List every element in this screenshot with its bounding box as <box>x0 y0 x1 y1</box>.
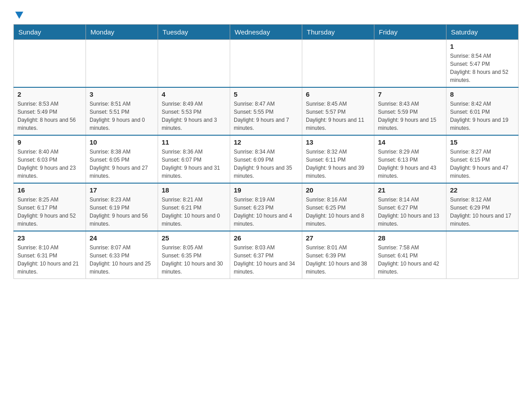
calendar-day-cell: 12Sunrise: 8:34 AM Sunset: 6:09 PM Dayli… <box>230 135 302 183</box>
day-info: Sunrise: 8:05 AM Sunset: 6:35 PM Dayligh… <box>162 244 226 276</box>
day-info: Sunrise: 8:12 AM Sunset: 6:29 PM Dayligh… <box>450 196 515 228</box>
day-info: Sunrise: 7:58 AM Sunset: 6:41 PM Dayligh… <box>378 244 442 276</box>
day-number: 6 <box>306 90 370 98</box>
day-number: 20 <box>306 186 370 194</box>
calendar-day-cell: 25Sunrise: 8:05 AM Sunset: 6:35 PM Dayli… <box>158 231 230 279</box>
calendar-day-cell: 23Sunrise: 8:10 AM Sunset: 6:31 PM Dayli… <box>14 231 86 279</box>
calendar-day-cell: 3Sunrise: 8:51 AM Sunset: 5:51 PM Daylig… <box>86 87 158 135</box>
calendar-week-row: 16Sunrise: 8:25 AM Sunset: 6:17 PM Dayli… <box>14 183 519 231</box>
calendar-day-cell <box>302 40 374 88</box>
calendar-day-header: Tuesday <box>158 25 230 40</box>
calendar-day-header: Monday <box>86 25 158 40</box>
calendar-day-cell: 5Sunrise: 8:47 AM Sunset: 5:55 PM Daylig… <box>230 87 302 135</box>
calendar-day-cell: 28Sunrise: 7:58 AM Sunset: 6:41 PM Dayli… <box>374 231 446 279</box>
day-info: Sunrise: 8:54 AM Sunset: 5:47 PM Dayligh… <box>450 52 515 84</box>
calendar-day-cell <box>446 231 519 279</box>
calendar-day-cell: 19Sunrise: 8:19 AM Sunset: 6:23 PM Dayli… <box>230 183 302 231</box>
calendar-week-row: 1Sunrise: 8:54 AM Sunset: 5:47 PM Daylig… <box>14 40 519 88</box>
calendar-week-row: 9Sunrise: 8:40 AM Sunset: 6:03 PM Daylig… <box>14 135 519 183</box>
day-number: 9 <box>17 138 82 146</box>
calendar-day-cell: 7Sunrise: 8:43 AM Sunset: 5:59 PM Daylig… <box>374 87 446 135</box>
calendar-day-cell: 10Sunrise: 8:38 AM Sunset: 6:05 PM Dayli… <box>86 135 158 183</box>
day-number: 10 <box>90 138 154 146</box>
day-number: 22 <box>450 186 515 194</box>
calendar-day-cell: 11Sunrise: 8:36 AM Sunset: 6:07 PM Dayli… <box>158 135 230 183</box>
day-info: Sunrise: 8:16 AM Sunset: 6:25 PM Dayligh… <box>306 196 370 228</box>
day-info: Sunrise: 8:21 AM Sunset: 6:21 PM Dayligh… <box>162 196 226 228</box>
day-info: Sunrise: 8:51 AM Sunset: 5:51 PM Dayligh… <box>90 100 154 132</box>
day-number: 25 <box>162 234 226 242</box>
day-info: Sunrise: 8:43 AM Sunset: 5:59 PM Dayligh… <box>378 100 442 132</box>
day-number: 7 <box>378 90 442 98</box>
day-info: Sunrise: 8:27 AM Sunset: 6:15 PM Dayligh… <box>450 148 515 180</box>
calendar-day-cell <box>230 40 302 88</box>
day-number: 17 <box>90 186 154 194</box>
svg-marker-0 <box>15 12 23 19</box>
day-number: 27 <box>306 234 370 242</box>
day-info: Sunrise: 8:53 AM Sunset: 5:49 PM Dayligh… <box>17 100 82 132</box>
calendar-day-cell: 8Sunrise: 8:42 AM Sunset: 6:01 PM Daylig… <box>446 87 519 135</box>
day-info: Sunrise: 8:25 AM Sunset: 6:17 PM Dayligh… <box>17 196 82 228</box>
logo <box>13 9 24 17</box>
day-info: Sunrise: 8:34 AM Sunset: 6:09 PM Dayligh… <box>234 148 298 180</box>
day-number: 11 <box>162 138 226 146</box>
day-number: 3 <box>90 90 154 98</box>
day-number: 14 <box>378 138 442 146</box>
calendar-day-cell <box>374 40 446 88</box>
calendar-day-header: Thursday <box>302 25 374 40</box>
day-number: 24 <box>90 234 154 242</box>
day-info: Sunrise: 8:36 AM Sunset: 6:07 PM Dayligh… <box>162 148 226 180</box>
calendar-table: SundayMondayTuesdayWednesdayThursdayFrid… <box>13 24 519 279</box>
day-info: Sunrise: 8:10 AM Sunset: 6:31 PM Dayligh… <box>17 244 82 276</box>
calendar-day-cell <box>158 40 230 88</box>
calendar-day-cell: 9Sunrise: 8:40 AM Sunset: 6:03 PM Daylig… <box>14 135 86 183</box>
day-info: Sunrise: 8:14 AM Sunset: 6:27 PM Dayligh… <box>378 196 442 228</box>
calendar-day-cell: 16Sunrise: 8:25 AM Sunset: 6:17 PM Dayli… <box>14 183 86 231</box>
day-number: 23 <box>17 234 82 242</box>
calendar-day-cell: 17Sunrise: 8:23 AM Sunset: 6:19 PM Dayli… <box>86 183 158 231</box>
calendar-day-cell: 27Sunrise: 8:01 AM Sunset: 6:39 PM Dayli… <box>302 231 374 279</box>
day-info: Sunrise: 8:45 AM Sunset: 5:57 PM Dayligh… <box>306 100 370 132</box>
day-info: Sunrise: 8:49 AM Sunset: 5:53 PM Dayligh… <box>162 100 226 132</box>
day-number: 4 <box>162 90 226 98</box>
logo-triangle-icon <box>14 10 24 20</box>
calendar-day-cell: 1Sunrise: 8:54 AM Sunset: 5:47 PM Daylig… <box>446 40 519 88</box>
calendar-day-cell <box>86 40 158 88</box>
calendar-day-cell: 13Sunrise: 8:32 AM Sunset: 6:11 PM Dayli… <box>302 135 374 183</box>
calendar-day-cell: 4Sunrise: 8:49 AM Sunset: 5:53 PM Daylig… <box>158 87 230 135</box>
day-number: 12 <box>234 138 298 146</box>
calendar-day-cell <box>14 40 86 88</box>
calendar-day-cell: 6Sunrise: 8:45 AM Sunset: 5:57 PM Daylig… <box>302 87 374 135</box>
calendar-day-header: Wednesday <box>230 25 302 40</box>
day-info: Sunrise: 8:32 AM Sunset: 6:11 PM Dayligh… <box>306 148 370 180</box>
calendar-day-cell: 22Sunrise: 8:12 AM Sunset: 6:29 PM Dayli… <box>446 183 519 231</box>
day-info: Sunrise: 8:40 AM Sunset: 6:03 PM Dayligh… <box>17 148 82 180</box>
day-info: Sunrise: 8:47 AM Sunset: 5:55 PM Dayligh… <box>234 100 298 132</box>
day-number: 28 <box>378 234 442 242</box>
calendar-day-cell: 2Sunrise: 8:53 AM Sunset: 5:49 PM Daylig… <box>14 87 86 135</box>
calendar-day-cell: 14Sunrise: 8:29 AM Sunset: 6:13 PM Dayli… <box>374 135 446 183</box>
calendar-week-row: 23Sunrise: 8:10 AM Sunset: 6:31 PM Dayli… <box>14 231 519 279</box>
calendar-day-cell: 26Sunrise: 8:03 AM Sunset: 6:37 PM Dayli… <box>230 231 302 279</box>
day-number: 13 <box>306 138 370 146</box>
calendar-day-cell: 24Sunrise: 8:07 AM Sunset: 6:33 PM Dayli… <box>86 231 158 279</box>
day-info: Sunrise: 8:07 AM Sunset: 6:33 PM Dayligh… <box>90 244 154 276</box>
day-number: 26 <box>234 234 298 242</box>
day-info: Sunrise: 8:42 AM Sunset: 6:01 PM Dayligh… <box>450 100 515 132</box>
day-info: Sunrise: 8:29 AM Sunset: 6:13 PM Dayligh… <box>378 148 442 180</box>
day-info: Sunrise: 8:38 AM Sunset: 6:05 PM Dayligh… <box>90 148 154 180</box>
calendar-day-cell: 21Sunrise: 8:14 AM Sunset: 6:27 PM Dayli… <box>374 183 446 231</box>
calendar-day-cell: 15Sunrise: 8:27 AM Sunset: 6:15 PM Dayli… <box>446 135 519 183</box>
day-info: Sunrise: 8:03 AM Sunset: 6:37 PM Dayligh… <box>234 244 298 276</box>
day-info: Sunrise: 8:19 AM Sunset: 6:23 PM Dayligh… <box>234 196 298 228</box>
calendar-day-cell: 20Sunrise: 8:16 AM Sunset: 6:25 PM Dayli… <box>302 183 374 231</box>
calendar-day-cell: 18Sunrise: 8:21 AM Sunset: 6:21 PM Dayli… <box>158 183 230 231</box>
day-number: 15 <box>450 138 515 146</box>
calendar-header: SundayMondayTuesdayWednesdayThursdayFrid… <box>14 25 519 40</box>
day-number: 18 <box>162 186 226 194</box>
day-number: 1 <box>450 43 515 50</box>
day-number: 19 <box>234 186 298 194</box>
day-number: 2 <box>17 90 82 98</box>
day-number: 8 <box>450 90 515 98</box>
calendar-day-header: Friday <box>374 25 446 40</box>
